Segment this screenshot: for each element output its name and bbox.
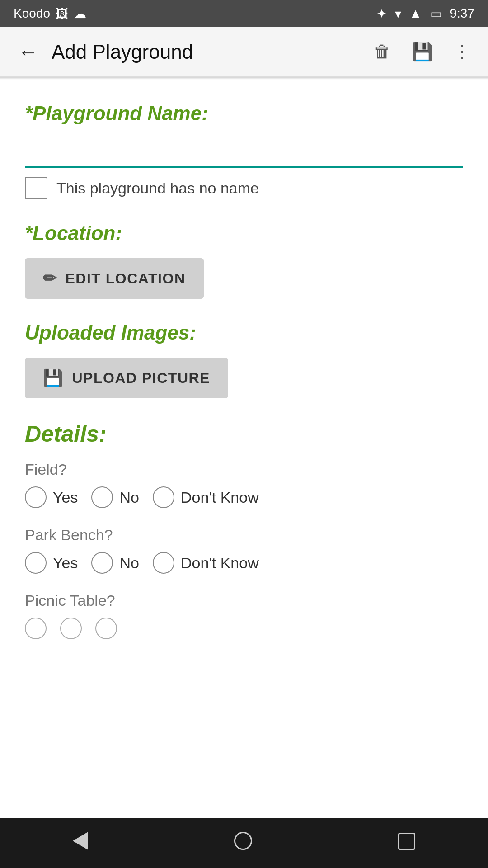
field-dontknow-label: Don't Know [181, 489, 259, 506]
field-yes-radio[interactable] [25, 486, 47, 508]
no-name-checkbox-row: This playground has no name [25, 177, 463, 199]
details-section: Details: Field? Yes No Don't Know [25, 421, 463, 639]
toolbar: ← Add Playground 🗑 💾 ⋮ [0, 27, 488, 77]
park-bench-label: Park Bench? [25, 526, 463, 544]
picnic-table-dontknow-option[interactable] [95, 618, 117, 639]
park-bench-dontknow-label: Don't Know [181, 554, 259, 572]
upload-picture-button[interactable]: 💾 UPLOAD PICTURE [25, 358, 228, 398]
playground-name-input-wrapper [25, 138, 463, 168]
picnic-table-yes-option[interactable] [25, 618, 47, 639]
main-content: *Playground Name: This playground has no… [0, 80, 488, 712]
recents-square-icon [398, 833, 415, 850]
picnic-table-radio-group [25, 618, 463, 639]
park-bench-question: Park Bench? Yes No Don't Know [25, 526, 463, 574]
more-button[interactable]: ⋮ [450, 38, 474, 66]
park-bench-yes-label: Yes [53, 554, 78, 572]
status-bar: Koodo 🖼 ☁ ✦ ▾ ▲ ▭ 9:37 [0, 0, 488, 27]
bluetooth-icon: ✦ [376, 6, 387, 21]
picnic-table-no-option[interactable] [60, 618, 82, 639]
playground-name-section: *Playground Name: This playground has no… [25, 102, 463, 199]
park-bench-dontknow-option[interactable]: Don't Know [153, 552, 259, 574]
field-no-radio[interactable] [91, 486, 113, 508]
cloud-icon: ☁ [74, 6, 86, 21]
time-label: 9:37 [450, 6, 475, 21]
bottom-nav [0, 818, 488, 868]
field-yes-label: Yes [53, 489, 78, 506]
status-bar-left: Koodo 🖼 ☁ [14, 6, 86, 21]
no-name-checkbox[interactable] [25, 177, 47, 199]
park-bench-radio-group: Yes No Don't Know [25, 552, 463, 574]
field-dontknow-option[interactable]: Don't Know [153, 486, 259, 508]
nav-home-button[interactable] [216, 827, 270, 859]
picnic-table-no-radio[interactable] [60, 618, 82, 639]
nav-back-button[interactable] [55, 827, 106, 859]
carrier-label: Koodo [14, 6, 50, 21]
picnic-table-label: Picnic Table? [25, 592, 463, 609]
playground-name-label: *Playground Name: [25, 102, 463, 125]
park-bench-no-label: No [119, 554, 139, 572]
status-bar-right: ✦ ▾ ▲ ▭ 9:37 [376, 6, 474, 21]
field-no-option[interactable]: No [91, 486, 139, 508]
park-bench-yes-radio[interactable] [25, 552, 47, 574]
location-section: *Location: ✏ EDIT LOCATION [25, 222, 463, 299]
nav-recents-button[interactable] [380, 827, 433, 859]
image-icon: 🖼 [56, 6, 68, 21]
edit-location-button[interactable]: ✏ EDIT LOCATION [25, 258, 204, 299]
playground-name-input[interactable] [25, 138, 463, 168]
park-bench-yes-option[interactable]: Yes [25, 552, 78, 574]
no-name-label: This playground has no name [56, 179, 259, 197]
picnic-table-question: Picnic Table? [25, 592, 463, 639]
home-circle-icon [234, 832, 252, 850]
field-question: Field? Yes No Don't Know [25, 461, 463, 508]
back-triangle-icon [73, 832, 88, 850]
details-label: Details: [25, 421, 463, 447]
uploaded-images-section: Uploaded Images: 💾 UPLOAD PICTURE [25, 321, 463, 398]
park-bench-no-option[interactable]: No [91, 552, 139, 574]
save-button[interactable]: 💾 [408, 38, 436, 66]
uploaded-images-label: Uploaded Images: [25, 321, 463, 344]
back-button[interactable]: ← [14, 36, 42, 68]
wifi-icon: ▾ [395, 6, 401, 21]
park-bench-no-radio[interactable] [91, 552, 113, 574]
field-radio-group: Yes No Don't Know [25, 486, 463, 508]
upload-picture-label: UPLOAD PICTURE [72, 370, 210, 387]
field-dontknow-radio[interactable] [153, 486, 174, 508]
field-label: Field? [25, 461, 463, 478]
delete-button[interactable]: 🗑 [370, 38, 394, 65]
page-title: Add Playground [52, 41, 361, 63]
battery-icon: ▭ [430, 6, 442, 21]
toolbar-actions: 🗑 💾 ⋮ [370, 38, 474, 66]
edit-location-label: EDIT LOCATION [66, 270, 186, 287]
save-disk-icon: 💾 [43, 368, 64, 387]
park-bench-dontknow-radio[interactable] [153, 552, 174, 574]
picnic-table-yes-radio[interactable] [25, 618, 47, 639]
picnic-table-dontknow-radio[interactable] [95, 618, 117, 639]
edit-icon: ✏ [43, 269, 57, 288]
signal-icon: ▲ [409, 6, 422, 21]
field-no-label: No [119, 489, 139, 506]
field-yes-option[interactable]: Yes [25, 486, 78, 508]
location-label: *Location: [25, 222, 463, 245]
